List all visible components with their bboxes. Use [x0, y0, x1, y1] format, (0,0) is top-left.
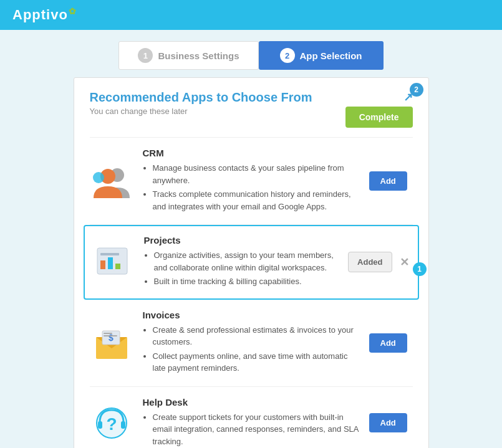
invoices-add-button[interactable]: Add [369, 333, 407, 353]
crm-add-button[interactable]: Add [369, 171, 407, 191]
app-item-helpdesk: ? Help Desk Create support tickets for y… [90, 387, 413, 449]
app-header: Apptivo✿ [0, 0, 502, 30]
step-1-number: 1 [138, 48, 153, 63]
crm-info: CRM Manage business contacts & your sale… [143, 148, 360, 214]
svg-rect-6 [108, 257, 113, 269]
helpdesk-name: Help Desk [143, 397, 360, 407]
step-badge-2: 2 [410, 83, 423, 97]
helpdesk-icon: ? [94, 405, 130, 441]
crm-name: CRM [143, 148, 360, 158]
svg-text:$: $ [109, 333, 113, 343]
app-list: CRM Manage business contacts & your sale… [90, 137, 413, 448]
helpdesk-desc: Create support tickets for your customer… [143, 411, 360, 448]
card-header: Recommended Apps to Choose From You can … [90, 90, 413, 128]
helpdesk-info: Help Desk Create support tickets for you… [143, 397, 360, 449]
invoices-icon: $ [94, 326, 130, 360]
projects-info: Projects Organize activities, assign to … [144, 235, 339, 290]
step-2-label: App Selection [300, 50, 362, 61]
svg-rect-16 [98, 421, 102, 429]
complete-button[interactable]: Complete [345, 107, 413, 128]
projects-added-button: Added [348, 252, 392, 272]
helpdesk-add-button[interactable]: Add [369, 413, 407, 432]
logo-leaf: ✿ [69, 6, 77, 16]
svg-rect-17 [121, 421, 125, 429]
svg-rect-5 [100, 260, 105, 269]
step-app-selection[interactable]: 2 App Selection [259, 41, 384, 70]
invoices-icon-wrap: $ [90, 326, 133, 360]
svg-point-2 [93, 172, 104, 183]
helpdesk-action: Add [369, 413, 413, 432]
card-title: Recommended Apps to Choose From [90, 90, 312, 105]
card-subtitle: You can change these later [90, 107, 312, 116]
projects-action: Added ✕ [348, 252, 411, 272]
step-badge-1: 1 [413, 262, 427, 276]
projects-icon-wrap [91, 247, 135, 278]
complete-area: ↗ Complete [345, 90, 413, 128]
projects-remove-button[interactable]: ✕ [397, 254, 412, 270]
projects-icon [94, 247, 132, 278]
svg-text:?: ? [106, 414, 117, 434]
step-2-number: 2 [280, 48, 295, 63]
app-item-projects: Projects Organize activities, assign to … [84, 225, 419, 300]
svg-rect-7 [115, 264, 120, 269]
projects-desc: Organize activities, assign to your team… [144, 249, 339, 288]
invoices-info: Invoices Create & send professional esti… [143, 310, 360, 376]
logo: Apptivo✿ [12, 6, 77, 23]
invoices-desc: Create & send professional estimates & i… [143, 324, 360, 374]
main-card: 2 Recommended Apps to Choose From You ca… [74, 77, 429, 448]
projects-name: Projects [144, 235, 339, 245]
step-business-settings[interactable]: 1 Business Settings [118, 41, 258, 70]
app-item-crm: CRM Manage business contacts & your sale… [90, 138, 413, 225]
crm-desc: Manage business contacts & your sales pi… [143, 162, 360, 212]
crm-icon-wrap [90, 164, 133, 198]
crm-icon [92, 164, 131, 198]
steps-bar: 1 Business Settings 2 App Selection [0, 30, 502, 77]
invoices-name: Invoices [143, 310, 360, 320]
invoices-action: Add [369, 333, 413, 353]
svg-rect-13 [104, 335, 117, 336]
step-1-label: Business Settings [158, 50, 239, 61]
helpdesk-icon-wrap: ? [90, 405, 133, 441]
svg-rect-4 [100, 253, 119, 255]
crm-action: Add [369, 171, 413, 191]
app-item-invoices: $ Invoices Create & send professional es… [90, 300, 413, 387]
card-title-area: Recommended Apps to Choose From You can … [90, 90, 312, 116]
svg-rect-12 [104, 333, 112, 334]
